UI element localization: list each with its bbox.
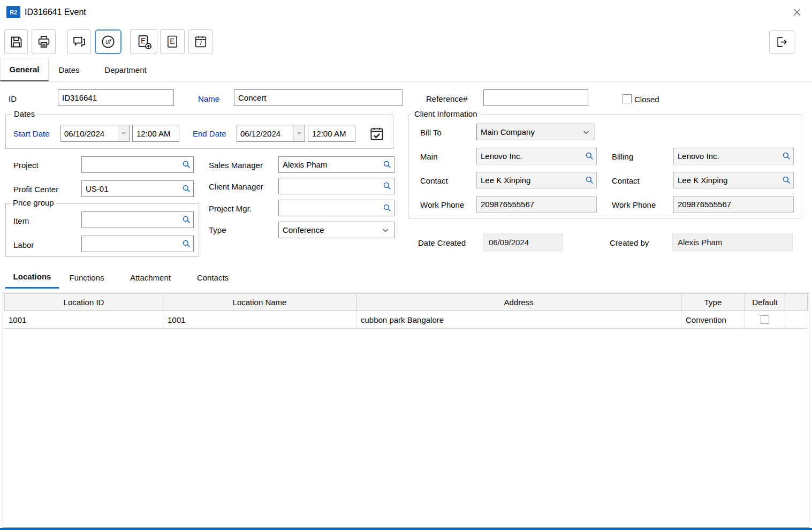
default-checkbox[interactable] (761, 315, 769, 324)
item-label: Item (13, 216, 29, 225)
column-header-location-name[interactable]: Location Name (163, 294, 356, 311)
project-mgr-input[interactable] (278, 200, 394, 216)
labor-field (81, 236, 194, 252)
created-by-value: Alexis Pham (672, 233, 793, 251)
chevron-down-icon (381, 225, 390, 235)
item-input[interactable] (81, 211, 194, 228)
main-work-phone-input[interactable] (476, 196, 597, 213)
search-icon (181, 184, 192, 194)
save-icon (9, 35, 24, 49)
window-title: ID316641 Event (25, 7, 86, 17)
bill-to-label: Bill To (420, 128, 442, 137)
name-input[interactable] (234, 89, 403, 106)
tab-contacts[interactable]: Contacts (187, 266, 238, 289)
table-row[interactable]: 1001 1001 cubbon park Bangalore Conventi… (4, 311, 808, 329)
cell-default (745, 311, 785, 328)
tab-locations[interactable]: Locations (5, 266, 59, 289)
comment-icon (72, 34, 87, 49)
event-add-button[interactable]: E (130, 29, 157, 54)
svg-text:E: E (140, 37, 145, 45)
event-add-icon: E (136, 34, 152, 50)
print-icon (36, 34, 51, 49)
calendar-button[interactable]: 7 (188, 29, 213, 54)
cell-location-name: 1001 (163, 311, 356, 328)
client-manager-field (278, 178, 394, 194)
project-input[interactable] (81, 156, 194, 173)
search-icon (382, 181, 392, 191)
sales-manager-label: Sales Manager (209, 161, 263, 170)
comment-button[interactable] (67, 29, 91, 54)
main-client-label: Main (420, 152, 438, 161)
calendar-check-button[interactable] (367, 124, 387, 143)
column-header-filler (785, 294, 808, 311)
type-select[interactable]: Conference (278, 222, 394, 238)
labor-input[interactable] (81, 236, 194, 252)
billing-client-search-button[interactable] (780, 150, 792, 162)
search-icon (181, 160, 192, 170)
start-date-label: Start Date (13, 129, 50, 138)
end-date-field (237, 125, 305, 142)
profit-center-input[interactable] (81, 180, 194, 197)
billing-contact-search-button[interactable] (780, 175, 792, 186)
item-search-button[interactable] (180, 214, 192, 226)
billing-client-input[interactable] (673, 148, 794, 164)
end-date-dropdown-icon[interactable] (293, 125, 305, 141)
sales-manager-field (278, 156, 394, 173)
closed-checkbox[interactable] (623, 94, 632, 103)
labor-search-button[interactable] (180, 238, 192, 250)
client-information-legend: Client Information (412, 109, 480, 118)
main-client-search-button[interactable] (583, 150, 595, 162)
main-client-field (476, 148, 597, 164)
item-field (81, 211, 194, 228)
tab-general[interactable]: General (0, 58, 49, 81)
bill-to-select[interactable]: Main Company (476, 124, 595, 140)
tab-department[interactable]: Department (89, 58, 162, 81)
id-input[interactable] (58, 89, 174, 106)
billing-work-phone-input[interactable] (673, 196, 794, 213)
project-search-button[interactable] (180, 159, 192, 171)
closed-label: Closed (634, 95, 659, 104)
project-mgr-search-button[interactable] (381, 202, 393, 214)
tab-attachment[interactable]: Attachment (115, 266, 186, 289)
column-header-address[interactable]: Address (356, 294, 681, 311)
type-label: Type (209, 225, 226, 234)
start-time-input[interactable] (132, 125, 179, 142)
close-button[interactable] (791, 6, 803, 19)
cell-address: cubbon park Bangalore (356, 311, 681, 328)
client-manager-search-button[interactable] (381, 180, 393, 192)
start-date-dropdown-icon[interactable] (118, 125, 129, 141)
billing-contact-label: Contact (612, 176, 640, 185)
project-label: Project (13, 161, 39, 170)
column-header-location-id[interactable]: Location ID (4, 294, 163, 311)
reference-input[interactable] (483, 89, 588, 106)
event-button[interactable]: E (160, 29, 185, 54)
end-time-input[interactable] (308, 125, 355, 142)
profit-center-label: Profit Center (13, 185, 58, 194)
column-header-type[interactable]: Type (681, 294, 745, 311)
tab-functions[interactable]: Functions (60, 266, 113, 289)
labor-label: Labor (13, 240, 34, 249)
sales-manager-input[interactable] (278, 156, 394, 173)
column-header-default[interactable]: Default (745, 294, 785, 311)
reference-label: Reference# (426, 94, 468, 103)
sales-manager-search-button[interactable] (381, 159, 393, 171)
main-contact-search-button[interactable] (583, 175, 595, 186)
billing-client-label: Billing (612, 152, 633, 161)
start-date-input[interactable] (61, 125, 118, 141)
client-manager-input[interactable] (278, 178, 394, 194)
user-function-button[interactable]: uf (95, 29, 122, 54)
main-contact-field (476, 172, 597, 188)
id-label: ID (9, 94, 17, 103)
exit-button[interactable] (769, 31, 794, 54)
profit-center-search-button[interactable] (180, 183, 192, 195)
tab-dates[interactable]: Dates (49, 58, 89, 81)
search-icon (585, 151, 595, 161)
end-date-input[interactable] (237, 125, 293, 141)
exit-icon (775, 35, 789, 49)
print-button[interactable] (32, 29, 56, 54)
event-window: R2 ID316641 Event uf E E 7 General Dates… (0, 0, 812, 530)
save-button[interactable] (4, 29, 28, 54)
billing-contact-input[interactable] (673, 172, 794, 188)
main-contact-input[interactable] (476, 172, 597, 188)
main-client-input[interactable] (476, 148, 597, 164)
